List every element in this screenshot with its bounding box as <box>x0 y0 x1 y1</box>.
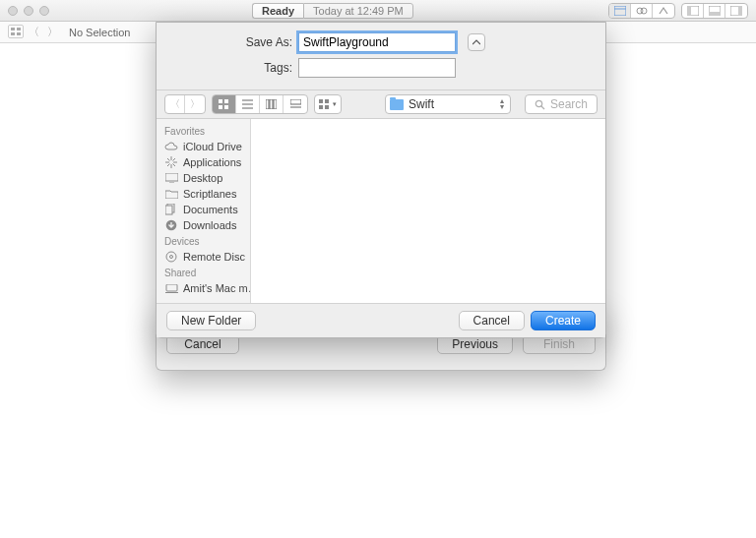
tags-input[interactable] <box>298 58 456 78</box>
standard-editor-icon[interactable] <box>609 4 631 18</box>
version-editor-icon[interactable] <box>653 4 674 18</box>
svg-line-36 <box>167 158 170 161</box>
new-folder-button[interactable]: New Folder <box>166 311 256 330</box>
sidebar-item-label: iCloud Drive <box>183 141 242 152</box>
assistant-editor-icon[interactable] <box>631 4 653 18</box>
svg-rect-22 <box>270 99 273 109</box>
svg-rect-9 <box>738 6 742 16</box>
svg-rect-12 <box>11 32 15 35</box>
status-ready: Ready <box>252 3 303 19</box>
coverflow-view-button[interactable] <box>284 95 307 113</box>
zoom-window-icon[interactable] <box>39 6 49 16</box>
save-as-label: Save As: <box>170 35 292 49</box>
sidebar-item-downloads[interactable]: Downloads <box>157 217 250 233</box>
svg-rect-5 <box>687 6 691 16</box>
minimize-window-icon[interactable] <box>24 6 33 16</box>
title-bar: Ready Today at 12:49 PM <box>0 0 756 22</box>
save-panel: Save As: Tags: 〈 〉 <box>156 22 606 338</box>
svg-rect-11 <box>17 28 21 30</box>
svg-rect-15 <box>224 99 228 103</box>
disc-icon <box>164 251 178 263</box>
cloud-icon <box>164 141 178 152</box>
sidebar-item-label: Amit's Mac m… <box>183 282 251 294</box>
nav-forward-button[interactable]: 〉 <box>185 95 205 113</box>
collapse-panel-button[interactable] <box>468 33 485 51</box>
svg-rect-10 <box>11 28 15 30</box>
sidebar-item-remote-disc[interactable]: Remote Disc <box>157 249 250 265</box>
sidebar-section-devices: Devices <box>157 233 250 249</box>
folder-icon <box>390 99 404 110</box>
status-indicator: Ready Today at 12:49 PM <box>252 3 413 19</box>
svg-rect-7 <box>709 12 721 16</box>
nav-history-segmented[interactable]: 〈 〉 <box>164 94 206 114</box>
sidebar-section-favorites: Favorites <box>157 123 250 139</box>
sidebar-item-label: Scriptlanes <box>183 188 236 200</box>
toggle-navigator-icon[interactable] <box>682 4 704 18</box>
svg-rect-0 <box>614 6 626 16</box>
cancel-button[interactable]: Cancel <box>459 311 525 330</box>
svg-rect-27 <box>325 99 329 103</box>
nav-back-icon[interactable]: 〈 <box>26 25 42 39</box>
toggle-debug-icon[interactable] <box>704 4 725 18</box>
toggle-utilities-icon[interactable] <box>725 4 747 18</box>
panel-visibility-segmented[interactable] <box>681 3 748 19</box>
svg-rect-28 <box>319 105 323 109</box>
editor-layout-segmented[interactable] <box>608 3 675 19</box>
svg-rect-13 <box>17 32 21 35</box>
sidebar-item-label: Downloads <box>183 219 236 231</box>
save-as-input[interactable] <box>298 32 456 52</box>
icon-view-button[interactable] <box>213 95 236 113</box>
sidebar-item-desktop[interactable]: Desktop <box>157 170 250 186</box>
svg-point-30 <box>536 100 541 106</box>
svg-rect-14 <box>219 99 222 103</box>
location-label: Swift <box>409 97 434 111</box>
computer-icon <box>164 282 178 294</box>
group-by-popup[interactable]: ▾ <box>314 94 342 114</box>
search-placeholder: Search <box>550 97 588 111</box>
desktop-icon <box>164 172 178 184</box>
file-browser-toolbar: 〈 〉 ▾ Swift ▴▾ Se <box>157 90 605 119</box>
status-time: Today at 12:49 PM <box>303 3 413 19</box>
svg-line-37 <box>173 164 176 167</box>
related-items-icon[interactable] <box>8 25 24 38</box>
list-view-button[interactable] <box>236 95 260 113</box>
sidebar-item-label: Documents <box>183 204 238 215</box>
file-list-area[interactable] <box>251 119 605 303</box>
tags-label: Tags: <box>170 61 292 75</box>
svg-rect-43 <box>165 206 172 214</box>
svg-rect-16 <box>219 105 222 109</box>
apps-icon <box>164 156 178 168</box>
close-window-icon[interactable] <box>8 6 18 16</box>
svg-point-45 <box>166 252 176 262</box>
nav-forward-icon[interactable]: 〉 <box>44 25 61 39</box>
svg-line-31 <box>541 106 544 109</box>
sidebar-item-documents[interactable]: Documents <box>157 202 250 217</box>
sidebar-item-applications[interactable]: Applications <box>157 154 250 170</box>
sidebar-section-shared: Shared <box>157 265 250 280</box>
file-browser: Favorites iCloud Drive Applications Desk… <box>157 119 605 303</box>
sidebar-item-scriptlanes[interactable]: Scriptlanes <box>157 186 250 202</box>
svg-rect-17 <box>224 105 228 109</box>
sidebar-item-icloud[interactable]: iCloud Drive <box>157 139 250 154</box>
svg-rect-26 <box>319 99 323 103</box>
documents-icon <box>164 204 178 215</box>
svg-line-39 <box>167 164 170 167</box>
column-view-button[interactable] <box>260 95 284 113</box>
svg-rect-47 <box>166 284 177 291</box>
sidebar-item-shared-mac[interactable]: Amit's Mac m… <box>157 280 250 296</box>
jump-bar-selection: No Selection <box>69 27 130 38</box>
popup-arrows-icon: ▴▾ <box>500 98 504 110</box>
download-icon <box>164 219 178 231</box>
location-popup[interactable]: Swift ▴▾ <box>385 94 511 114</box>
save-panel-footer: New Folder Cancel Create <box>157 303 605 337</box>
nav-back-button[interactable]: 〈 <box>165 95 185 113</box>
svg-line-38 <box>173 158 176 161</box>
sidebar: Favorites iCloud Drive Applications Desk… <box>157 119 251 303</box>
search-input[interactable]: Search <box>525 94 598 114</box>
sidebar-item-label: Desktop <box>183 172 222 184</box>
svg-rect-40 <box>165 173 178 181</box>
create-button[interactable]: Create <box>531 311 596 330</box>
view-mode-segmented[interactable] <box>212 94 308 114</box>
svg-rect-21 <box>266 99 269 109</box>
traffic-lights <box>8 6 49 16</box>
